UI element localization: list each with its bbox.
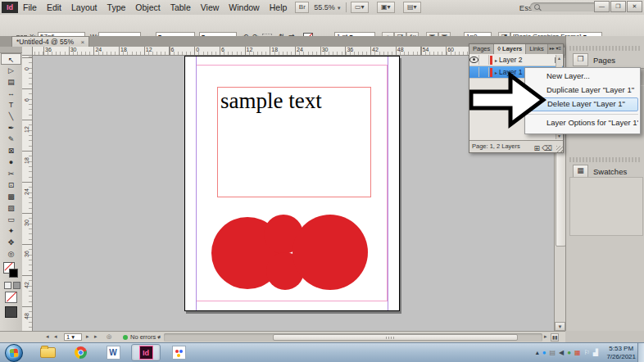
- hand-tool[interactable]: ✥: [1, 237, 21, 248]
- red-circle-right[interactable]: [293, 215, 368, 290]
- show-desktop-button[interactable]: [637, 343, 644, 362]
- close-button[interactable]: ✕: [627, 1, 642, 12]
- menu-item[interactable]: Layout: [66, 1, 102, 15]
- text-frame[interactable]: sample text: [217, 87, 371, 197]
- selection-tool[interactable]: ↖: [1, 53, 21, 65]
- tray-action-center-flag[interactable]: ⚐: [584, 349, 590, 357]
- vertical-ruler[interactable]: 0612182430364248: [22, 56, 33, 331]
- text-frame-content[interactable]: sample text: [218, 88, 370, 113]
- taskbar-explorer-button[interactable]: [33, 344, 62, 361]
- ruler-origin-corner[interactable]: [22, 47, 33, 56]
- tray-app-blue[interactable]: ●: [542, 349, 546, 357]
- apply-none-button[interactable]: [5, 292, 17, 303]
- dock-item-pages[interactable]: ❐ Pages: [566, 52, 644, 68]
- zoom-tool[interactable]: ◎: [1, 248, 21, 260]
- eyedropper-tool[interactable]: ✦: [1, 225, 21, 237]
- panel-tab[interactable]: Pages: [469, 44, 494, 54]
- scissors-tool[interactable]: ✂: [1, 168, 21, 179]
- panel-tab[interactable]: ◊ Layers: [494, 44, 526, 54]
- rectangle-frame-tool[interactable]: ⊠: [1, 145, 21, 156]
- view-options-dropdown[interactable]: ▭▾: [351, 2, 369, 13]
- menu-item[interactable]: Edit: [42, 1, 66, 15]
- taskbar-clock[interactable]: 5:53 PM 7/26/2021: [606, 345, 636, 361]
- panel-resize-grip[interactable]: [556, 146, 563, 152]
- zoom-level-value: 55.5%: [314, 3, 335, 11]
- scroll-right-icon[interactable]: ▸: [544, 333, 547, 340]
- taskbar-indesign-button[interactable]: Id: [131, 344, 161, 361]
- preflight-status[interactable]: No errors ▾: [123, 333, 160, 341]
- column-guide-right[interactable]: [388, 57, 388, 310]
- delete-layer-icon[interactable]: ⌫: [542, 143, 552, 154]
- gradient-swatch-tool[interactable]: ▩: [1, 191, 21, 202]
- type-tool[interactable]: T: [1, 99, 21, 111]
- formatting-container-icon[interactable]: [4, 282, 11, 289]
- tools-panel-header[interactable]: [0, 47, 22, 53]
- last-page-icon[interactable]: ▸: [94, 333, 98, 340]
- ellipse-tool[interactable]: ●: [1, 156, 21, 168]
- start-button[interactable]: [5, 344, 23, 362]
- page-tool[interactable]: ▤: [1, 76, 21, 88]
- menu-item[interactable]: View: [196, 1, 224, 15]
- scroll-down-icon[interactable]: ▼: [555, 322, 565, 331]
- dock-group-grip[interactable]: [569, 157, 641, 162]
- menu-item[interactable]: Table: [166, 1, 196, 15]
- tray-colored-grid[interactable]: ▦: [574, 349, 581, 357]
- panel-tab-buttons[interactable]: ▸▸ ▾≡: [548, 44, 563, 54]
- visibility-toggle[interactable]: [469, 55, 479, 65]
- pencil-tool[interactable]: ✎: [1, 133, 21, 145]
- first-page-icon[interactable]: ◂: [46, 333, 49, 340]
- tray-clipboard[interactable]: ▤: [550, 349, 556, 357]
- horizontal-scrollbar[interactable]: [164, 333, 542, 342]
- direct-selection-tool[interactable]: ▷: [1, 65, 21, 76]
- toolbar-stroke-swatch[interactable]: [9, 269, 18, 278]
- horizontal-scroll-thumb[interactable]: [273, 334, 518, 341]
- panel-tab[interactable]: Links: [526, 44, 548, 54]
- next-page-icon[interactable]: ▸: [86, 333, 89, 340]
- search-input[interactable]: [530, 2, 599, 11]
- formatting-text-icon[interactable]: [13, 282, 20, 289]
- dock-group-grip[interactable]: [569, 46, 641, 51]
- disclosure-triangle-icon[interactable]: ▸: [495, 57, 497, 63]
- free-transform-tool[interactable]: ⊡: [1, 179, 21, 191]
- menu-item[interactable]: Type: [102, 1, 131, 15]
- lock-toggle[interactable]: [479, 55, 489, 65]
- line-tool[interactable]: ╲: [1, 111, 21, 122]
- gap-tool[interactable]: ↔: [1, 88, 21, 99]
- toolbar-fill-stroke[interactable]: [1, 262, 21, 280]
- new-layer-icon[interactable]: ⊞: [533, 143, 540, 154]
- restore-button[interactable]: ❐: [610, 1, 626, 12]
- taskbar-paint-button[interactable]: [164, 344, 193, 361]
- taskbar-word-button[interactable]: W: [98, 344, 128, 361]
- menu-item[interactable]: Window: [224, 1, 264, 15]
- screen-mode-dropdown[interactable]: ▣▾: [377, 2, 395, 13]
- gradient-feather-tool[interactable]: ▨: [1, 202, 21, 214]
- previous-page-icon[interactable]: ◂: [54, 333, 57, 340]
- pen-tool[interactable]: ✒: [1, 122, 21, 133]
- tab-close-icon[interactable]: ×: [80, 38, 84, 46]
- formatting-affects-buttons[interactable]: [4, 282, 22, 289]
- hidden-icons-arrow[interactable]: ▴: [536, 349, 539, 357]
- column-guide-left[interactable]: [196, 57, 197, 310]
- scroll-left-icon[interactable]: ◂: [157, 333, 161, 340]
- tray-volume[interactable]: ◀: [559, 349, 564, 357]
- menu-item[interactable]: File: [18, 1, 42, 15]
- arrange-documents-dropdown[interactable]: ▤▾: [403, 2, 421, 13]
- preflight-menu-icon[interactable]: ◎: [107, 333, 111, 340]
- minimize-button[interactable]: —: [594, 1, 610, 12]
- scroll-up-icon[interactable]: ▲: [557, 56, 561, 61]
- page-number-dropdown[interactable]: 1 ▾: [64, 333, 82, 341]
- bridge-icon[interactable]: Br: [295, 2, 309, 13]
- tray-app-green[interactable]: ●: [567, 349, 571, 357]
- menu-item[interactable]: Object: [130, 1, 165, 15]
- screen-mode-button[interactable]: [5, 306, 17, 318]
- tray-network[interactable]: ▟: [593, 349, 598, 357]
- Layer 2[interactable]: ▸ Layer 2 ✎: [469, 54, 563, 66]
- layer-name[interactable]: Layer 2: [499, 56, 555, 64]
- power-zoom-icon[interactable]: ▮▮: [551, 333, 559, 342]
- menu-item[interactable]: Help: [265, 1, 293, 15]
- note-tool[interactable]: ▭: [1, 214, 21, 225]
- zoom-level-dropdown[interactable]: 55.5%▼: [314, 3, 341, 11]
- document-page[interactable]: sample text: [184, 56, 400, 311]
- document-tab[interactable]: *Untitled-4 @ 55% ×: [11, 36, 89, 48]
- taskbar-chrome-button[interactable]: [66, 344, 95, 361]
